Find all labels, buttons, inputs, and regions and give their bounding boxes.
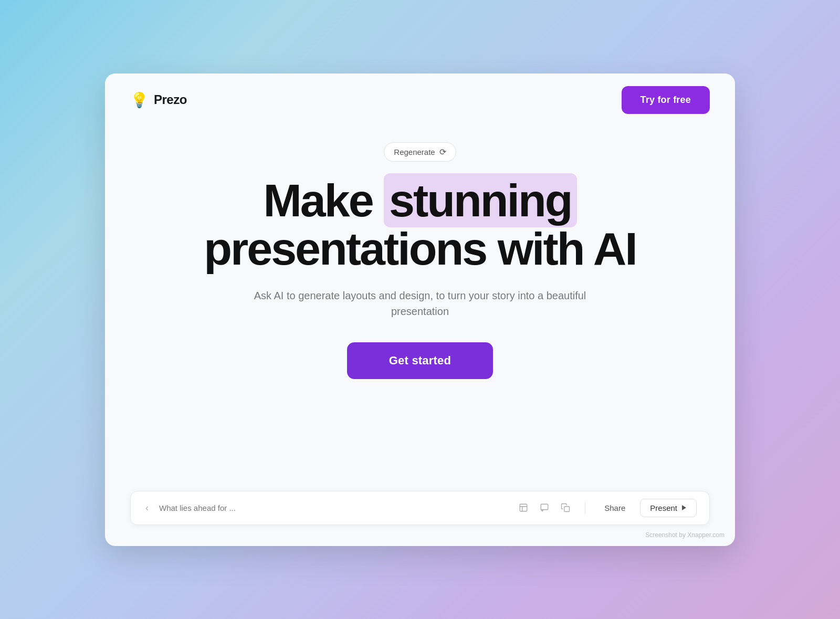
regenerate-icon: ⟳ bbox=[439, 147, 446, 157]
present-label: Present bbox=[650, 503, 677, 512]
copy-icon bbox=[561, 503, 570, 512]
preview-icons bbox=[517, 501, 572, 515]
divider bbox=[585, 501, 585, 514]
comment-icon bbox=[540, 503, 549, 512]
presentation-title-input[interactable] bbox=[159, 503, 508, 512]
heading-part2: presentations with AI bbox=[204, 223, 636, 275]
heading-highlight: stunning bbox=[384, 173, 576, 227]
hero-subtext: Ask AI to generate layouts and design, t… bbox=[252, 288, 588, 319]
heading-part1: Make bbox=[263, 174, 384, 226]
navbar: 💡 Prezo Try for free bbox=[105, 74, 735, 127]
svg-marker-5 bbox=[682, 505, 686, 510]
preview-bar: ‹ bbox=[130, 491, 710, 525]
try-free-button[interactable]: Try for free bbox=[622, 86, 710, 114]
back-button[interactable]: ‹ bbox=[143, 500, 151, 516]
hero-section: Regenerate ⟳ Make stunning presentations… bbox=[105, 127, 735, 491]
layout-icon-button[interactable] bbox=[517, 501, 530, 515]
present-button[interactable]: Present bbox=[640, 499, 697, 517]
svg-rect-0 bbox=[520, 504, 528, 511]
logo-text: Prezo bbox=[154, 92, 187, 107]
watermark: Screenshot by Xnapper.com bbox=[645, 531, 724, 539]
svg-rect-4 bbox=[564, 507, 570, 512]
logo-icon: 💡 bbox=[130, 91, 149, 109]
share-button[interactable]: Share bbox=[598, 499, 632, 517]
hero-heading: Make stunning presentations with AI bbox=[204, 176, 636, 274]
svg-rect-3 bbox=[541, 504, 549, 510]
play-icon bbox=[680, 505, 687, 511]
regenerate-label: Regenerate bbox=[394, 148, 435, 156]
layout-icon bbox=[519, 503, 528, 512]
get-started-button[interactable]: Get started bbox=[347, 342, 493, 379]
regenerate-pill[interactable]: Regenerate ⟳ bbox=[384, 142, 456, 162]
main-card: 💡 Prezo Try for free Regenerate ⟳ Make s… bbox=[105, 74, 735, 546]
comment-icon-button[interactable] bbox=[538, 501, 551, 515]
copy-icon-button[interactable] bbox=[559, 501, 572, 515]
logo-area: 💡 Prezo bbox=[130, 91, 187, 109]
